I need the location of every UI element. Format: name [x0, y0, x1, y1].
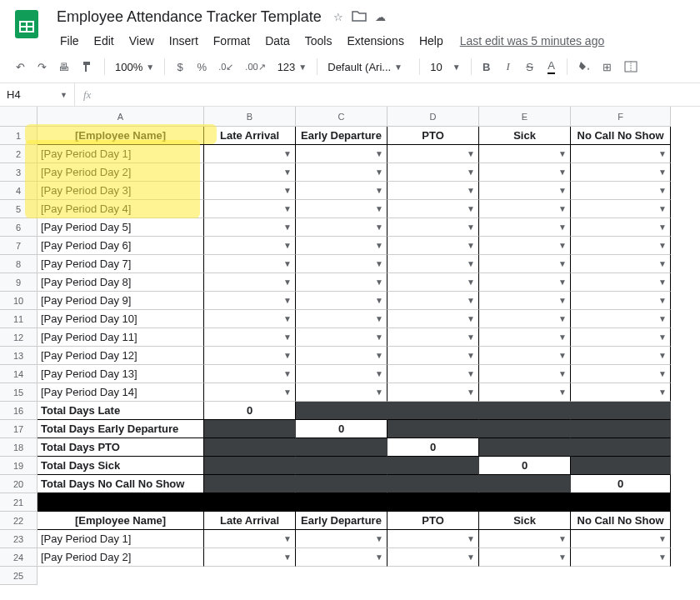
day-label-cell[interactable]: [Pay Period Day 1] [38, 530, 204, 548]
row-header-2[interactable]: 2 [0, 145, 38, 163]
dropdown-arrow-icon[interactable]: ▼ [658, 168, 667, 177]
dropdown-arrow-icon[interactable]: ▼ [558, 534, 567, 543]
dropdown-arrow-icon[interactable]: ▼ [658, 388, 667, 397]
dropdown-cell[interactable]: ▼ [296, 255, 388, 273]
dropdown-arrow-icon[interactable]: ▼ [467, 278, 475, 287]
dropdown-cell[interactable]: ▼ [296, 548, 388, 567]
select-all-corner[interactable] [0, 107, 38, 127]
move-folder-icon[interactable] [352, 10, 367, 24]
dropdown-cell[interactable]: ▼ [571, 548, 671, 567]
font-select[interactable]: Default (Ari...▼ [322, 58, 414, 77]
dropdown-arrow-icon[interactable]: ▼ [375, 351, 383, 360]
star-icon[interactable]: ☆ [333, 11, 343, 23]
dropdown-arrow-icon[interactable]: ▼ [375, 241, 383, 250]
dropdown-arrow-icon[interactable]: ▼ [375, 278, 383, 287]
dropdown-arrow-icon[interactable]: ▼ [467, 369, 475, 378]
column-header-cell[interactable]: Sick [479, 512, 571, 530]
dropdown-arrow-icon[interactable]: ▼ [283, 296, 292, 305]
italic-button[interactable]: I [498, 56, 518, 78]
dropdown-cell[interactable]: ▼ [296, 182, 388, 200]
strikethrough-button[interactable]: S [520, 56, 540, 78]
menu-extensions[interactable]: Extensions [340, 31, 410, 51]
row-header-15[interactable]: 15 [0, 383, 38, 402]
column-header-cell[interactable]: Early Departure [296, 512, 388, 530]
dropdown-arrow-icon[interactable]: ▼ [375, 222, 383, 232]
column-header-cell[interactable]: No Call No Show [571, 512, 671, 530]
col-header-C[interactable]: C [296, 107, 388, 127]
row-header-13[interactable]: 13 [0, 347, 38, 365]
dropdown-cell[interactable]: ▼ [296, 237, 388, 255]
doc-title[interactable]: Employee Attendance Tracker Template [53, 7, 325, 28]
dropdown-cell[interactable]: ▼ [571, 163, 671, 182]
format-percent-button[interactable]: % [192, 56, 212, 78]
dropdown-arrow-icon[interactable]: ▼ [558, 186, 567, 195]
dropdown-arrow-icon[interactable]: ▼ [558, 168, 567, 177]
dropdown-arrow-icon[interactable]: ▼ [558, 259, 567, 268]
dropdown-cell[interactable]: ▼ [388, 548, 479, 567]
dropdown-cell[interactable]: ▼ [204, 145, 296, 163]
dropdown-arrow-icon[interactable]: ▼ [658, 296, 667, 305]
dropdown-arrow-icon[interactable]: ▼ [375, 296, 383, 305]
dropdown-arrow-icon[interactable]: ▼ [658, 351, 667, 360]
dropdown-cell[interactable]: ▼ [571, 365, 671, 383]
zoom-select[interactable]: 100%▼ [110, 58, 159, 77]
dropdown-cell[interactable]: ▼ [388, 237, 479, 255]
dropdown-cell[interactable]: ▼ [479, 163, 571, 182]
dropdown-cell[interactable]: ▼ [388, 163, 479, 182]
row-header-20[interactable]: 20 [0, 475, 38, 493]
dropdown-arrow-icon[interactable]: ▼ [658, 222, 667, 232]
dropdown-arrow-icon[interactable]: ▼ [283, 314, 292, 323]
dropdown-arrow-icon[interactable]: ▼ [658, 149, 667, 158]
dropdown-cell[interactable]: ▼ [388, 200, 479, 218]
day-label-cell[interactable]: [Pay Period Day 2] [38, 548, 204, 567]
dropdown-cell[interactable]: ▼ [571, 273, 671, 292]
dropdown-arrow-icon[interactable]: ▼ [375, 534, 383, 543]
dropdown-arrow-icon[interactable]: ▼ [467, 186, 475, 195]
dropdown-cell[interactable]: ▼ [571, 255, 671, 273]
dropdown-arrow-icon[interactable]: ▼ [283, 241, 292, 250]
merge-button[interactable] [619, 56, 642, 78]
menu-file[interactable]: File [53, 31, 86, 51]
day-label-cell[interactable]: [Pay Period Day 10] [38, 310, 204, 328]
more-formats-select[interactable]: 123▼ [272, 58, 312, 77]
dropdown-cell[interactable]: ▼ [296, 328, 388, 347]
day-label-cell[interactable]: [Pay Period Day 6] [38, 237, 204, 255]
day-label-cell[interactable]: [Pay Period Day 3] [38, 182, 204, 200]
dropdown-arrow-icon[interactable]: ▼ [467, 259, 475, 268]
dropdown-cell[interactable]: ▼ [571, 182, 671, 200]
dropdown-arrow-icon[interactable]: ▼ [658, 552, 667, 562]
dropdown-cell[interactable]: ▼ [296, 365, 388, 383]
row-header-18[interactable]: 18 [0, 438, 38, 457]
day-label-cell[interactable]: [Pay Period Day 5] [38, 218, 204, 237]
row-header-3[interactable]: 3 [0, 163, 38, 182]
dropdown-arrow-icon[interactable]: ▼ [558, 369, 567, 378]
col-header-E[interactable]: E [479, 107, 571, 127]
dropdown-cell[interactable]: ▼ [204, 328, 296, 347]
dropdown-arrow-icon[interactable]: ▼ [558, 388, 567, 397]
dropdown-cell[interactable]: ▼ [571, 310, 671, 328]
dropdown-arrow-icon[interactable]: ▼ [558, 351, 567, 360]
column-header-cell[interactable]: PTO [388, 127, 479, 145]
dropdown-cell[interactable]: ▼ [479, 548, 571, 567]
dropdown-arrow-icon[interactable]: ▼ [283, 351, 292, 360]
column-header-cell[interactable]: No Call No Show [571, 127, 671, 145]
row-header-21[interactable]: 21 [0, 493, 38, 512]
dropdown-arrow-icon[interactable]: ▼ [558, 204, 567, 213]
dropdown-arrow-icon[interactable]: ▼ [467, 388, 475, 397]
redo-button[interactable]: ↷ [32, 56, 52, 78]
dropdown-arrow-icon[interactable]: ▼ [558, 149, 567, 158]
dropdown-arrow-icon[interactable]: ▼ [467, 552, 475, 562]
dropdown-cell[interactable]: ▼ [479, 182, 571, 200]
row-header-10[interactable]: 10 [0, 292, 38, 310]
dropdown-cell[interactable]: ▼ [388, 292, 479, 310]
dropdown-arrow-icon[interactable]: ▼ [283, 186, 292, 195]
dropdown-arrow-icon[interactable]: ▼ [375, 388, 383, 397]
dropdown-arrow-icon[interactable]: ▼ [558, 278, 567, 287]
dropdown-cell[interactable]: ▼ [204, 237, 296, 255]
dropdown-cell[interactable]: ▼ [571, 347, 671, 365]
row-header-22[interactable]: 22 [0, 512, 38, 530]
day-label-cell[interactable]: [Pay Period Day 7] [38, 255, 204, 273]
row-header-16[interactable]: 16 [0, 402, 38, 420]
dropdown-cell[interactable]: ▼ [479, 347, 571, 365]
row-header-23[interactable]: 23 [0, 530, 38, 548]
